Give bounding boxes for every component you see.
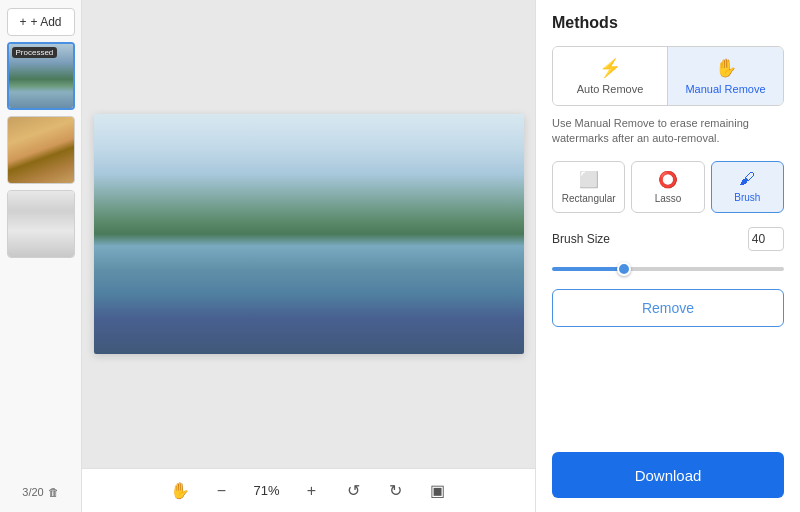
auto-remove-icon: ⚡ xyxy=(599,57,621,79)
brush-icon: 🖌 xyxy=(739,170,755,188)
manual-remove-label: Manual Remove xyxy=(685,83,765,95)
panel-title: Methods xyxy=(552,14,784,32)
main-image xyxy=(94,114,524,354)
brush-label: Brush xyxy=(734,192,760,203)
add-label: + Add xyxy=(30,15,61,29)
lasso-button[interactable]: ⭕ Lasso xyxy=(631,161,704,213)
undo-button[interactable]: ↺ xyxy=(340,477,368,505)
brush-size-slider[interactable] xyxy=(552,267,784,271)
brush-size-label: Brush Size xyxy=(552,232,610,246)
slider-container xyxy=(552,257,784,275)
zoom-out-icon: − xyxy=(217,482,226,500)
thumbnail-image-3 xyxy=(8,191,74,257)
remove-button[interactable]: Remove xyxy=(552,289,784,327)
processed-badge: Processed xyxy=(12,47,58,58)
hand-tool-button[interactable]: ✋ xyxy=(166,477,194,505)
lake-canvas xyxy=(94,114,524,354)
hand-icon: ✋ xyxy=(170,481,190,500)
compare-icon: ▣ xyxy=(430,481,445,500)
right-panel: Methods ⚡ Auto Remove ✋ Manual Remove Us… xyxy=(535,0,800,512)
brush-button[interactable]: 🖌 Brush xyxy=(711,161,784,213)
hint-text: Use Manual Remove to erase remaining wat… xyxy=(552,116,784,147)
methods-grid: ⚡ Auto Remove ✋ Manual Remove xyxy=(552,46,784,106)
rectangular-icon: ⬜ xyxy=(579,170,599,189)
download-button[interactable]: Download xyxy=(552,452,784,498)
undo-icon: ↺ xyxy=(347,481,360,500)
download-label: Download xyxy=(635,467,702,484)
add-button[interactable]: + + Add xyxy=(7,8,75,36)
canvas-content xyxy=(82,0,535,468)
zoom-display: 71% xyxy=(250,483,284,498)
page-counter-icon: 🗑 xyxy=(48,486,59,498)
rectangular-label: Rectangular xyxy=(562,193,616,204)
redo-icon: ↻ xyxy=(389,481,402,500)
manual-remove-icon: ✋ xyxy=(715,57,737,79)
brush-size-input[interactable] xyxy=(748,227,784,251)
thumbnail-item-2[interactable] xyxy=(7,116,75,184)
page-counter: 3/20 🗑 xyxy=(22,486,58,504)
zoom-out-button[interactable]: − xyxy=(208,477,236,505)
lasso-label: Lasso xyxy=(655,193,682,204)
brush-size-row: Brush Size xyxy=(552,227,784,251)
lasso-icon: ⭕ xyxy=(658,170,678,189)
zoom-in-icon: + xyxy=(307,482,316,500)
manual-remove-button[interactable]: ✋ Manual Remove xyxy=(668,47,783,105)
redo-button[interactable]: ↻ xyxy=(382,477,410,505)
auto-remove-label: Auto Remove xyxy=(577,83,644,95)
compare-button[interactable]: ▣ xyxy=(424,477,452,505)
add-icon: + xyxy=(19,15,26,29)
toolbar: ✋ − 71% + ↺ ↻ ▣ xyxy=(82,468,535,512)
rectangular-button[interactable]: ⬜ Rectangular xyxy=(552,161,625,213)
auto-remove-button[interactable]: ⚡ Auto Remove xyxy=(553,47,668,105)
selection-grid: ⬜ Rectangular ⭕ Lasso 🖌 Brush xyxy=(552,161,784,213)
zoom-in-button[interactable]: + xyxy=(298,477,326,505)
thumbnail-item-3[interactable] xyxy=(7,190,75,258)
remove-label: Remove xyxy=(642,300,694,316)
canvas-area: ✋ − 71% + ↺ ↻ ▣ xyxy=(82,0,535,512)
left-sidebar: + + Add Processed 3/20 🗑 xyxy=(0,0,82,512)
app-container: + + Add Processed 3/20 🗑 ✋ xyxy=(0,0,800,512)
thumbnail-item-1[interactable]: Processed xyxy=(7,42,75,110)
page-counter-text: 3/20 xyxy=(22,486,43,498)
thumbnail-image-2 xyxy=(8,117,74,183)
